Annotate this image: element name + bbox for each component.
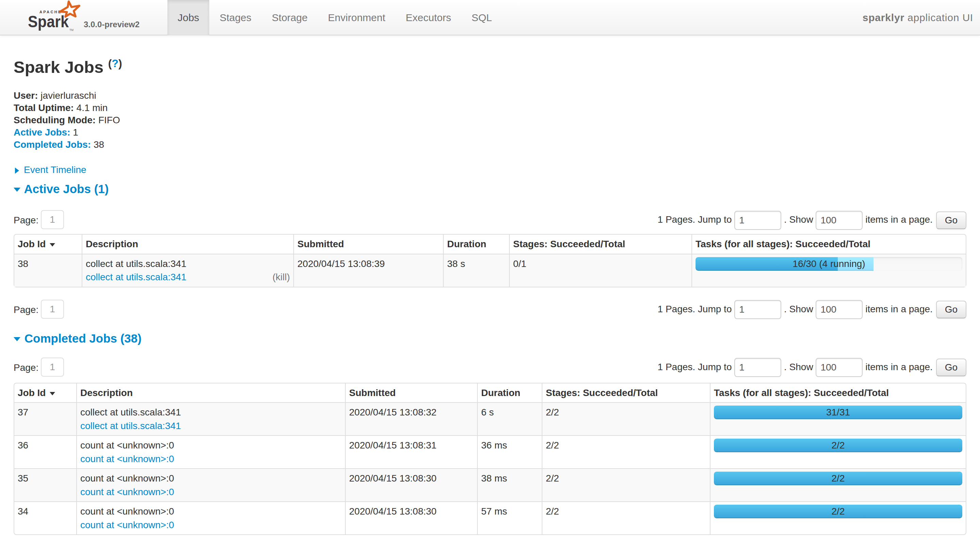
svg-text:Spark: Spark bbox=[28, 13, 69, 31]
svg-text:TM: TM bbox=[69, 28, 73, 32]
